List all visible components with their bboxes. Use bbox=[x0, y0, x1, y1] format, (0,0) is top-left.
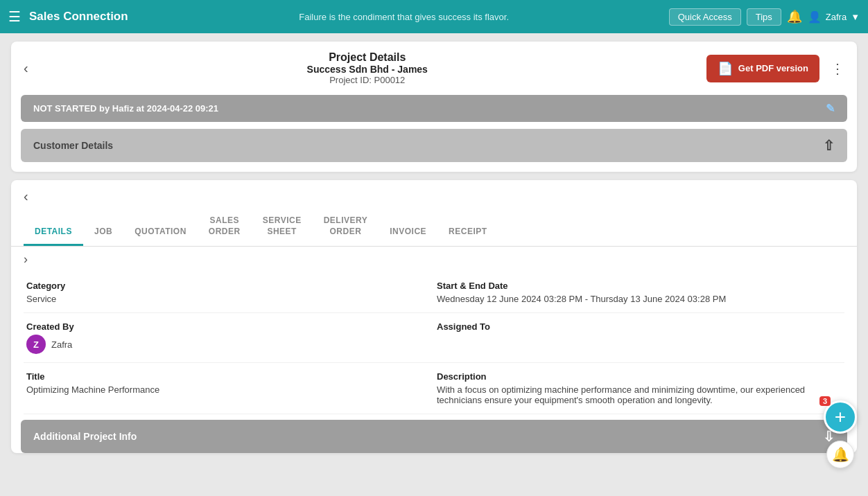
tab-job[interactable]: JOB bbox=[83, 220, 123, 247]
tab-quotation[interactable]: QUOTATION bbox=[123, 220, 198, 247]
description-value: With a focus on optimizing machine perfo… bbox=[437, 384, 842, 405]
more-options-icon[interactable]: ⋮ bbox=[831, 60, 844, 77]
chevron-down-icon: ▼ bbox=[851, 12, 860, 22]
created-by-label: Created By bbox=[26, 321, 431, 332]
second-card-back-icon[interactable]: ‹ bbox=[24, 188, 28, 204]
topnav-right: Quick Access Tips 🔔 👤 Zafra ▼ bbox=[669, 8, 860, 26]
back-button[interactable]: ‹ bbox=[24, 60, 28, 76]
expand-right-icon[interactable]: › bbox=[24, 252, 28, 266]
created-by-name: Zafra bbox=[51, 339, 72, 350]
fab-area: + 3 🔔 bbox=[824, 400, 857, 468]
project-detail-tabs-card: ‹ DETAILS JOB QUOTATION SALESORDER SERVI… bbox=[11, 180, 857, 453]
tab-delivery-order[interactable]: DELIVERYORDER bbox=[313, 209, 379, 246]
details-grid: Category Service Start & End Date Wednes… bbox=[11, 272, 857, 414]
chevron-up-icon[interactable]: ⇧ bbox=[823, 137, 835, 154]
additional-project-bar: Additional Project Info ⇩ bbox=[21, 420, 847, 453]
project-header: ‹ Project Details Success Sdn Bhd - Jame… bbox=[11, 42, 857, 95]
status-bar: NOT STARTED by Hafiz at 2024-04-22 09:21… bbox=[21, 95, 847, 122]
plus-icon: + bbox=[835, 406, 846, 428]
title-value: Optimizing Machine Performance bbox=[26, 384, 431, 395]
brand-logo: Sales Connection bbox=[29, 10, 128, 24]
fab-badge: 3 bbox=[819, 396, 831, 406]
get-pdf-button[interactable]: 📄 Get PDF version bbox=[706, 55, 819, 82]
quick-access-button[interactable]: Quick Access bbox=[669, 8, 741, 26]
user-name: Zafra bbox=[826, 12, 847, 22]
status-text: NOT STARTED by Hafiz at 2024-04-22 09:21 bbox=[33, 103, 218, 114]
tagline-text: Failure is the condiment that gives succ… bbox=[148, 12, 661, 22]
tab-bar: DETAILS JOB QUOTATION SALESORDER SERVICE… bbox=[11, 209, 857, 247]
tab-invoice[interactable]: INVOICE bbox=[379, 220, 437, 247]
project-id: Project ID: P00012 bbox=[37, 75, 698, 85]
start-end-label: Start & End Date bbox=[437, 281, 842, 291]
start-end-value: Wednesday 12 June 2024 03:28 PM - Thursd… bbox=[437, 294, 842, 304]
category-label: Category bbox=[26, 281, 431, 291]
tab-service-sheet[interactable]: SERVICESHEET bbox=[252, 209, 313, 246]
hamburger-icon[interactable]: ☰ bbox=[8, 8, 21, 25]
created-by-cell: Created By Z Zafra bbox=[24, 313, 434, 363]
project-title-block: Project Details Success Sdn Bhd - James … bbox=[37, 51, 698, 85]
category-value: Service bbox=[26, 294, 431, 304]
notification-bell-icon[interactable]: 🔔 bbox=[787, 9, 802, 24]
pdf-icon: 📄 bbox=[718, 61, 733, 76]
user-menu[interactable]: 👤 Zafra ▼ bbox=[808, 10, 860, 24]
customer-details-label: Customer Details bbox=[33, 140, 113, 151]
description-cell: Description With a focus on optimizing m… bbox=[434, 363, 844, 414]
created-by-row: Z Zafra bbox=[26, 335, 431, 354]
user-icon: 👤 bbox=[808, 10, 822, 24]
avatar: Z bbox=[26, 335, 46, 354]
second-card-header: ‹ bbox=[11, 180, 857, 204]
start-end-cell: Start & End Date Wednesday 12 June 2024 … bbox=[434, 272, 844, 313]
customer-details-bar: Customer Details ⇧ bbox=[21, 129, 847, 162]
category-cell: Category Service bbox=[24, 272, 434, 313]
description-label: Description bbox=[437, 371, 842, 382]
assigned-to-label: Assigned To bbox=[437, 321, 842, 332]
project-details-card: ‹ Project Details Success Sdn Bhd - Jame… bbox=[11, 42, 857, 172]
page-title: Project Details bbox=[37, 51, 698, 64]
tab-sales-order[interactable]: SALESORDER bbox=[198, 209, 252, 246]
client-name: Success Sdn Bhd - James bbox=[37, 64, 698, 75]
additional-bar-label: Additional Project Info bbox=[33, 431, 137, 442]
tab-receipt[interactable]: RECEIPT bbox=[437, 220, 498, 247]
title-cell: Title Optimizing Machine Performance bbox=[24, 363, 434, 414]
tips-button[interactable]: Tips bbox=[747, 8, 781, 26]
main-area: ‹ Project Details Success Sdn Bhd - Jame… bbox=[0, 33, 868, 496]
expand-row: › bbox=[11, 247, 857, 272]
fab-badge-container: + 3 bbox=[824, 400, 857, 434]
bell-icon: 🔔 bbox=[832, 446, 849, 463]
pdf-btn-label: Get PDF version bbox=[738, 63, 808, 73]
assigned-to-cell: Assigned To bbox=[434, 313, 844, 363]
tab-details[interactable]: DETAILS bbox=[24, 220, 83, 247]
fab-bell-button[interactable]: 🔔 bbox=[826, 441, 854, 468]
top-navigation: ☰ Sales Connection Failure is the condim… bbox=[0, 0, 868, 33]
status-edit-icon[interactable]: ✎ bbox=[826, 102, 835, 115]
title-label: Title bbox=[26, 371, 431, 382]
